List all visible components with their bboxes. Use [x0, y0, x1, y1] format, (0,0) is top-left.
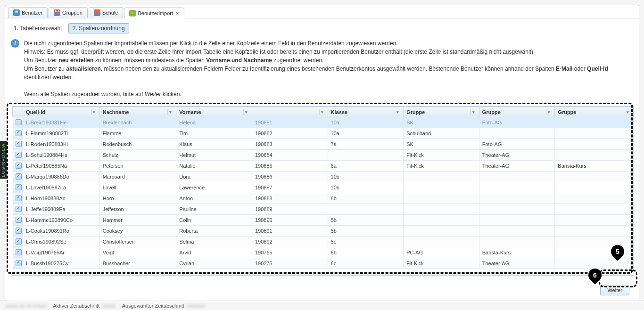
checkbox-icon[interactable]: [16, 217, 22, 223]
checkbox-icon[interactable]: [16, 228, 22, 234]
column-dropdown-icon[interactable]: ▾: [243, 109, 249, 115]
header-checkbox-col: [13, 107, 23, 117]
column-header[interactable]: Quell-Id▾: [23, 107, 100, 117]
column-dropdown-icon[interactable]: ▾: [319, 109, 325, 115]
table-cell: Barista-Kurs: [555, 161, 634, 171]
table-cell: L-Flamm190882Ti: [23, 128, 100, 139]
column-header[interactable]: Vorname▾: [176, 107, 252, 117]
tab-benutzer[interactable]: Benutzer: [8, 7, 48, 18]
row-checkbox-cell[interactable]: [13, 204, 23, 215]
checkbox-icon[interactable]: [16, 152, 22, 158]
wizard-steps: 1. Tabellenauswahl2. Spaltenzuordnung: [5, 18, 639, 36]
table-row[interactable]: L-Voigt190765ArVoigtArvid1907656bPC-AGBa…: [13, 247, 634, 258]
table-row[interactable]: L-Roden190883KlRodenbuschKlaus1908837aSK…: [13, 139, 634, 150]
table-cell: [479, 237, 555, 247]
table-row[interactable]: L-Chris190892SeChristoffersenSelma190892…: [13, 237, 634, 247]
checkbox-icon[interactable]: [16, 163, 22, 169]
row-checkbox-cell[interactable]: [13, 215, 23, 226]
tab-bar: BenutzerGruppenSchuleBenutzerimport×: [5, 7, 639, 18]
column-dropdown-icon[interactable]: ▾: [395, 109, 400, 115]
table-row[interactable]: L-Lovel190887LaLovellLawerence19088710b: [13, 182, 634, 193]
tab-label: Benutzerimport: [138, 10, 173, 16]
table-row[interactable]: L-Peter190885NaPetersenNatalie1908856aFi…: [13, 161, 634, 171]
column-header[interactable]: Gruppe▾: [555, 107, 634, 117]
next-button[interactable]: Weiter: [600, 285, 629, 295]
table-row[interactable]: L-Hamme190890CoHammerColin1908905b: [13, 215, 634, 226]
table-cell: Hammer: [99, 215, 176, 226]
column-dropdown-icon[interactable]: ▾: [546, 109, 552, 115]
table-cell: L-Roden190883Kl: [23, 139, 100, 150]
table-scroll[interactable]: Quell-Id▾Nachname▾Vorname▾▾Klasse▾Gruppe…: [12, 106, 634, 275]
row-checkbox-cell[interactable]: [13, 247, 23, 258]
row-checkbox-cell[interactable]: [13, 226, 23, 237]
table-cell: Dora: [176, 171, 252, 182]
table-row[interactable]: L-Horn190888AnHornAnton1908888b: [13, 193, 634, 204]
table-row[interactable]: L-Jeffe190889PaJeffersonPauline190889: [13, 204, 634, 215]
table-cell: [555, 215, 634, 226]
table-cell: Lawerence: [176, 182, 252, 193]
table-cell: L-Breid190881He: [23, 117, 100, 128]
import-table-container: Quell-Id▾Nachname▾Vorname▾▾Klasse▾Gruppe…: [12, 106, 634, 276]
row-checkbox-cell[interactable]: [13, 128, 23, 139]
checkbox-icon[interactable]: [16, 184, 22, 190]
row-checkbox-cell[interactable]: [13, 161, 23, 171]
wizard-step[interactable]: 2. Spaltenzuordnung: [68, 23, 129, 33]
column-dropdown-icon[interactable]: ▾: [91, 109, 97, 115]
table-row[interactable]: L-Cooks190891RoCookseyRoberta1908915b: [13, 226, 634, 237]
close-icon[interactable]: ×: [176, 10, 179, 16]
wizard-step[interactable]: 1. Tabellenauswahl: [10, 24, 66, 33]
table-row[interactable]: L-Schul190884HeSchulzHelmut190884Fit-Kic…: [13, 150, 634, 161]
table-cell: [404, 171, 479, 182]
table-cell: 190888: [252, 193, 328, 204]
checkbox-icon[interactable]: [16, 238, 22, 245]
checkbox-icon[interactable]: [16, 173, 22, 179]
row-checkbox-cell[interactable]: [13, 171, 23, 182]
table-cell: 190882: [252, 128, 328, 139]
table-cell: 190891: [252, 226, 328, 237]
user-icon: [13, 9, 20, 16]
table-cell: Schulz: [99, 150, 176, 161]
column-dropdown-icon[interactable]: ▾: [167, 109, 173, 115]
column-header[interactable]: Gruppe▾: [404, 107, 479, 117]
table-row[interactable]: L-Flamm190882TiFlammeTim19088210aSchulba…: [13, 128, 634, 139]
table-row[interactable]: L-Marqu190886DoMarquardDora19088610b: [13, 171, 634, 182]
checkbox-icon[interactable]: [16, 141, 22, 147]
tab-gruppen[interactable]: Gruppen: [49, 7, 88, 18]
table-row[interactable]: L-Bussb190275CyBussbacherCyrian1902756cF…: [13, 258, 634, 269]
column-header[interactable]: Klasse▾: [328, 107, 404, 117]
row-checkbox-cell[interactable]: [13, 139, 23, 150]
tab-schule[interactable]: Schule: [89, 7, 124, 18]
row-checkbox-cell[interactable]: [13, 150, 23, 161]
table-cell: 10b: [328, 182, 404, 193]
column-header[interactable]: Gruppe▾: [479, 107, 555, 117]
status-blur-3: xxxxxxx: [187, 303, 206, 309]
tab-benutzerimport[interactable]: Benutzerimport×: [124, 8, 184, 18]
row-checkbox-cell[interactable]: [13, 193, 23, 204]
column-header[interactable]: ▾: [252, 107, 328, 117]
table-row[interactable]: L-Breid190881HeBreidenbachHelena19088110…: [13, 117, 634, 128]
table-cell: L-Schul190884He: [23, 150, 100, 161]
row-checkbox-cell[interactable]: [13, 237, 23, 247]
column-dropdown-icon[interactable]: ▾: [625, 109, 630, 115]
table-cell: 190892: [252, 237, 328, 247]
row-checkbox-cell[interactable]: [13, 117, 23, 128]
checkbox-icon[interactable]: [16, 260, 22, 266]
checkbox-icon[interactable]: [16, 206, 22, 212]
table-cell: 190883: [252, 139, 328, 150]
table-cell: 5c: [328, 237, 404, 247]
checkbox-icon[interactable]: [16, 249, 22, 255]
table-cell: Cyrian: [176, 258, 252, 269]
checkbox-icon[interactable]: [16, 119, 22, 125]
button-bar: Weiter: [600, 285, 629, 295]
row-checkbox-cell[interactable]: [13, 258, 23, 269]
column-dropdown-icon[interactable]: ▾: [471, 109, 476, 115]
column-header[interactable]: Nachname▾: [99, 107, 176, 117]
checkbox-icon[interactable]: [16, 195, 22, 201]
table-cell: Horn: [99, 193, 176, 204]
table-cell: Fit-Kick: [404, 258, 479, 269]
table-cell: L-Horn190888An: [23, 193, 100, 204]
row-checkbox-cell[interactable]: [13, 182, 23, 193]
table-cell: [404, 226, 479, 237]
checkbox-icon[interactable]: [16, 130, 22, 136]
table-cell: L-Cooks190891Ro: [23, 226, 100, 237]
